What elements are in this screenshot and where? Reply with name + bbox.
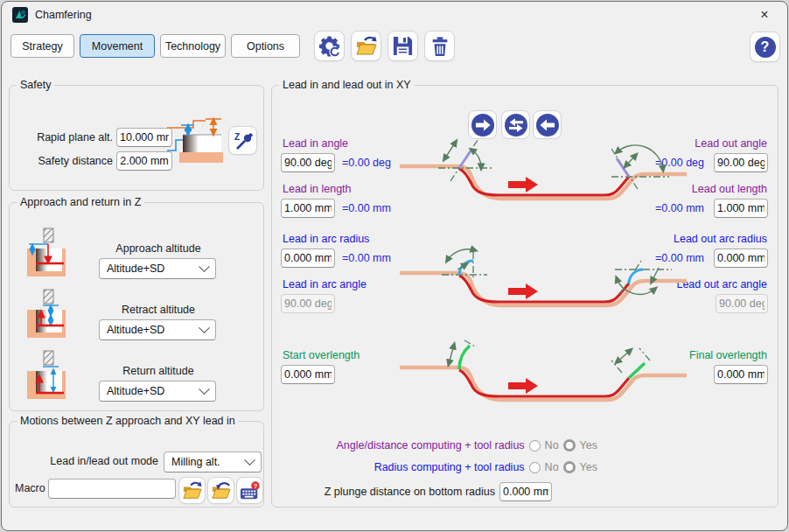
- lead-out-arc-radius-input[interactable]: [714, 248, 768, 268]
- rapid-plane-label: Rapid plane alt.: [15, 131, 113, 144]
- retract-altitude-value: Altitude+SD: [107, 324, 164, 336]
- help-button[interactable]: ?: [750, 32, 780, 62]
- lead-in-angle-label: Lead in angle: [283, 137, 348, 150]
- safety-distance-label: Safety distance: [15, 155, 113, 167]
- rapid-plane-input[interactable]: [116, 128, 172, 147]
- lead-in-arc-angle-label: Lead in arc angle: [283, 278, 367, 290]
- open-file-button[interactable]: [351, 31, 381, 61]
- chevron-down-icon: [199, 383, 210, 395]
- lead-mode-value: Milling alt.: [171, 456, 220, 468]
- open-folder-icon: [355, 36, 378, 57]
- tab-strategy[interactable]: Strategy: [10, 34, 74, 58]
- chamfering-dialog: Chamfering × Strategy Movement Technolog…: [1, 1, 788, 531]
- chevron-down-icon: [199, 261, 210, 272]
- lead-angle-diagram: [396, 136, 702, 224]
- z-plunge-label: Z plunge distance on bottom radius: [325, 486, 495, 498]
- gear-refresh-icon: [318, 35, 341, 58]
- tab-bar: Strategy Movement Technology Options: [10, 34, 300, 58]
- arrow-left-icon: [536, 114, 559, 136]
- macro-input[interactable]: [48, 479, 176, 499]
- z-plunge-row: Z plunge distance on bottom radius: [283, 482, 552, 501]
- angle-computing-yes-label: Yes: [580, 439, 597, 452]
- keyboard-question-icon: ?: [240, 481, 261, 500]
- final-overlength-input[interactable]: [714, 365, 768, 384]
- direction-both-button[interactable]: [501, 110, 530, 139]
- radius-computing-no-label: No: [545, 461, 559, 473]
- lead-in-arc-radius-input[interactable]: [281, 248, 335, 268]
- tab-technology[interactable]: Technology: [160, 34, 226, 58]
- safety-group: Safety Rapid plane alt. Safety distance …: [9, 79, 264, 191]
- macro-label: Macro: [15, 482, 45, 494]
- approach-return-title: Approach and return in Z: [17, 196, 144, 208]
- save-button[interactable]: [388, 31, 418, 61]
- lead-in-angle-computed: =0.00 deg: [342, 157, 391, 169]
- app-icon: [12, 7, 28, 23]
- lead-mode-select[interactable]: Milling alt.: [164, 452, 262, 472]
- chevron-down-icon: [244, 454, 255, 466]
- return-altitude-select[interactable]: Altitude+SD: [99, 381, 216, 402]
- radius-computing-no-radio[interactable]: [529, 462, 541, 473]
- title-bar: Chamfering ×: [2, 2, 787, 28]
- close-icon[interactable]: ×: [751, 4, 779, 25]
- direction-left-button[interactable]: [533, 110, 562, 139]
- macro-import-button[interactable]: [207, 477, 234, 504]
- angle-computing-no-label: No: [545, 439, 559, 452]
- radius-computing-yes-radio[interactable]: [563, 461, 576, 473]
- start-overlength-input[interactable]: [281, 365, 335, 384]
- direction-right-button[interactable]: [468, 110, 497, 139]
- return-altitude-value: Altitude+SD: [107, 385, 164, 397]
- retract-altitude-label: Retract altitude: [97, 304, 220, 316]
- lead-in-arc-angle-input: [281, 294, 335, 313]
- approach-altitude-label: Approach altitude: [97, 242, 220, 255]
- macro-open-button[interactable]: [178, 477, 206, 504]
- z-plunge-input[interactable]: [499, 482, 552, 501]
- radius-computing-row: Radius computing + tool radius No Yes: [283, 461, 597, 473]
- radius-computing-yes-label: Yes: [580, 461, 597, 473]
- lead-in-angle-input[interactable]: [281, 153, 335, 172]
- tab-options[interactable]: Options: [231, 34, 300, 58]
- retract-altitude-select[interactable]: Altitude+SD: [99, 319, 216, 340]
- lead-arc-diagram: [396, 243, 702, 331]
- motions-group: Motions between Z approach and XY lead i…: [9, 415, 264, 508]
- chevron-down-icon: [199, 322, 210, 333]
- safety-distance-input[interactable]: [116, 151, 172, 171]
- pick-z-button[interactable]: Z: [228, 126, 257, 155]
- lead-out-angle-input[interactable]: [714, 153, 768, 172]
- window-title: Chamfering: [35, 9, 92, 21]
- angle-computing-row: Angle/distance computing + tool radius N…: [283, 439, 597, 452]
- trash-icon: [429, 36, 450, 57]
- z-picker-icon: Z: [233, 130, 254, 151]
- lead-mode-label: Lead in/lead out mode: [18, 455, 158, 467]
- svg-text:?: ?: [253, 482, 257, 490]
- lead-in-arc-radius-label: Lead in arc radius: [283, 233, 369, 245]
- lead-in-out-group: Lead in and lead out in XY Lead in angle…: [271, 79, 779, 508]
- delete-button[interactable]: [424, 31, 455, 61]
- return-altitude-icon: [22, 350, 71, 404]
- lead-out-arc-angle-input: [716, 294, 768, 313]
- approach-return-group: Approach and return in Z Approach altitu…: [9, 196, 264, 411]
- help-icon: ?: [755, 37, 776, 58]
- macro-keyboard-button[interactable]: ?: [236, 477, 263, 504]
- tab-movement[interactable]: Movement: [80, 34, 155, 58]
- radius-computing-label: Radius computing + tool radius: [374, 461, 525, 473]
- lead-in-out-title: Lead in and lead out in XY: [279, 79, 415, 91]
- lead-in-length-input[interactable]: [281, 199, 335, 218]
- approach-altitude-icon: [22, 228, 71, 282]
- save-icon: [392, 35, 414, 57]
- overlength-diagram: [396, 338, 702, 425]
- approach-altitude-value: Altitude+SD: [107, 262, 164, 275]
- approach-altitude-select[interactable]: Altitude+SD: [99, 258, 216, 279]
- angle-computing-no-radio[interactable]: [529, 440, 541, 452]
- retract-altitude-icon: [22, 289, 71, 343]
- lead-out-length-input[interactable]: [714, 199, 768, 218]
- safety-group-title: Safety: [17, 79, 54, 91]
- apply-settings-button[interactable]: [314, 31, 345, 61]
- safety-diagram: [167, 116, 225, 173]
- lead-in-arc-radius-computed: =0.00 mm: [342, 252, 391, 264]
- lead-out-length-label: Lead out length: [692, 183, 767, 195]
- lead-in-length-label: Lead in length: [283, 183, 352, 195]
- svg-text:Z: Z: [234, 132, 240, 142]
- lead-out-angle-label: Lead out angle: [695, 137, 767, 150]
- angle-computing-yes-radio[interactable]: [563, 439, 576, 452]
- return-altitude-label: Return altitude: [97, 365, 220, 377]
